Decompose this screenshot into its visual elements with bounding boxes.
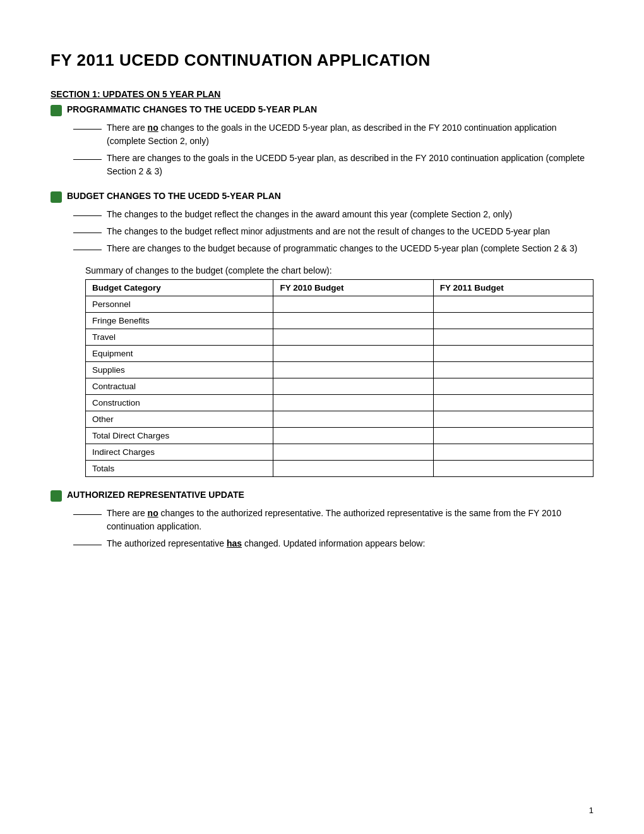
table-cell [433, 378, 593, 395]
table-cell: Totals [86, 461, 273, 477]
subsection2-heading: BUDGET CHANGES TO THE UCEDD 5-YEAR PLAN [51, 191, 593, 203]
table-row: Other [86, 411, 593, 428]
table-cell: Personnel [86, 296, 273, 313]
table-cell: Travel [86, 329, 273, 346]
green-icon-2 [51, 191, 62, 203]
table-cell [273, 296, 433, 313]
table-cell: Fringe Benefits [86, 313, 273, 329]
list-item: There are no changes to the authorized r… [73, 507, 593, 533]
checklist-text: The changes to the budget reflect minor … [107, 225, 593, 238]
table-row: Travel [86, 329, 593, 346]
table-cell: Contractual [86, 378, 273, 395]
table-cell: Total Direct Charges [86, 428, 273, 444]
section1-heading: SECTION 1: UPDATES ON 5 YEAR PLAN [51, 89, 593, 99]
table-header-category: Budget Category [86, 280, 273, 296]
blank-line [73, 129, 102, 130]
table-cell [273, 362, 433, 378]
table-row: Supplies [86, 362, 593, 378]
table-row: Equipment [86, 346, 593, 362]
subsection3-heading: AUTHORIZED REPRESENTATIVE UPDATE [51, 490, 593, 502]
blank-line [73, 250, 102, 250]
table-cell [273, 411, 433, 428]
table-cell [433, 461, 593, 477]
table-row: Totals [86, 461, 593, 477]
table-cell [273, 346, 433, 362]
table-cell [273, 461, 433, 477]
table-cell [433, 411, 593, 428]
table-row: Personnel [86, 296, 593, 313]
table-cell [273, 428, 433, 444]
blank-line [73, 233, 102, 233]
table-cell [433, 296, 593, 313]
checklist-text: There are changes to the goals in the UC… [107, 152, 593, 178]
summary-label: Summary of changes to the budget (comple… [85, 265, 593, 275]
checklist-text: There are changes to the budget because … [107, 242, 593, 255]
table-cell [273, 395, 433, 411]
list-item: There are no changes to the goals in the… [73, 121, 593, 148]
list-item: There are changes to the budget because … [73, 242, 593, 255]
checklist-text: The authorized representative has change… [107, 537, 593, 550]
page-title: FY 2011 UCEDD CONTINUATION APPLICATION [51, 51, 593, 70]
checklist-text: There are no changes to the authorized r… [107, 507, 593, 533]
checklist-text: There are no changes to the goals in the… [107, 121, 593, 148]
page-number: 1 [589, 806, 593, 815]
subsection1-heading: PROGRAMMATIC CHANGES TO THE UCEDD 5-YEAR… [51, 104, 593, 116]
table-cell [433, 313, 593, 329]
green-icon-1 [51, 105, 62, 116]
table-cell [433, 362, 593, 378]
table-cell [433, 428, 593, 444]
table-cell [433, 395, 593, 411]
table-cell [433, 346, 593, 362]
table-header-fy2011: FY 2011 Budget [433, 280, 593, 296]
green-icon-3 [51, 490, 62, 502]
subsection-programmatic: PROGRAMMATIC CHANGES TO THE UCEDD 5-YEAR… [51, 104, 593, 178]
checklist-text: The changes to the budget reflect the ch… [107, 208, 593, 221]
table-row: Total Direct Charges [86, 428, 593, 444]
blank-line [73, 514, 102, 515]
list-item: The changes to the budget reflect the ch… [73, 208, 593, 221]
table-row: Construction [86, 395, 593, 411]
table-cell: Construction [86, 395, 273, 411]
table-header-fy2010: FY 2010 Budget [273, 280, 433, 296]
blank-line [73, 545, 102, 545]
table-row: Indirect Charges [86, 444, 593, 461]
table-cell: Supplies [86, 362, 273, 378]
table-cell: Other [86, 411, 273, 428]
table-cell [273, 313, 433, 329]
table-cell [433, 444, 593, 461]
table-cell [273, 378, 433, 395]
list-item: The authorized representative has change… [73, 537, 593, 550]
list-item: There are changes to the goals in the UC… [73, 152, 593, 178]
table-cell [273, 329, 433, 346]
table-cell: Indirect Charges [86, 444, 273, 461]
subsection-budget: BUDGET CHANGES TO THE UCEDD 5-YEAR PLAN … [51, 191, 593, 477]
list-item: The changes to the budget reflect minor … [73, 225, 593, 238]
table-row: Contractual [86, 378, 593, 395]
blank-line [73, 159, 102, 160]
table-cell: Equipment [86, 346, 273, 362]
table-cell [433, 329, 593, 346]
subsection-authorized-rep: AUTHORIZED REPRESENTATIVE UPDATE There a… [51, 490, 593, 550]
blank-line [73, 215, 102, 216]
table-cell [273, 444, 433, 461]
budget-table: Budget Category FY 2010 Budget FY 2011 B… [85, 279, 593, 477]
table-row: Fringe Benefits [86, 313, 593, 329]
